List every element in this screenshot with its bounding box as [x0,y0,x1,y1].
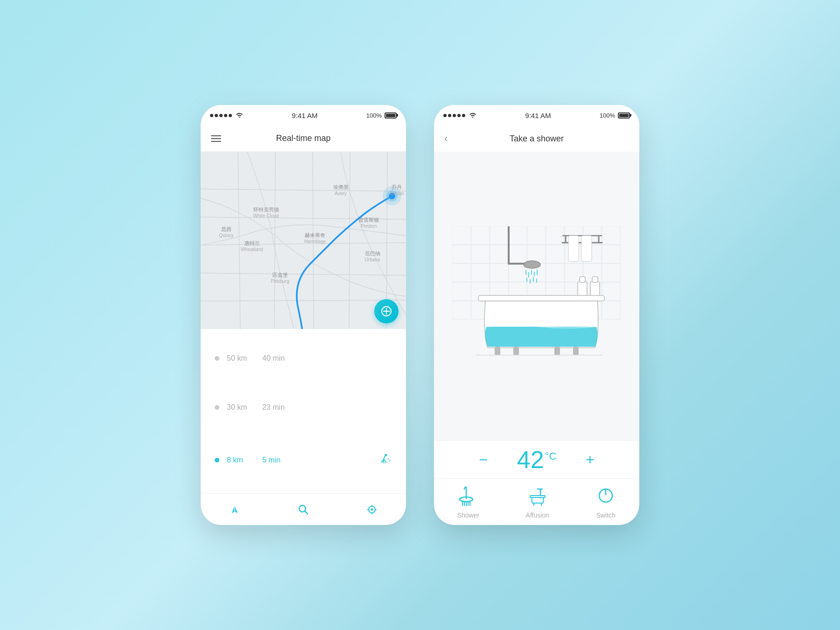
battery-text: 100% [366,112,382,119]
svg-rect-64 [531,270,532,275]
svg-rect-72 [580,277,585,282]
signal-dots-2 [443,114,465,117]
dist-dot-2 [215,405,219,410]
status-bar-map: 9:41 AM 100% [201,105,406,126]
float-btn-icon [381,306,392,316]
svg-rect-62 [525,270,526,275]
svg-line-43 [305,511,308,514]
svg-text:White Cloud: White Cloud [253,213,279,218]
svg-rect-57 [568,236,579,261]
map-svg: 昆西 Quincy 怀特克劳德 White Cloud 惠特兰 Wheatlan… [201,152,406,329]
temperature-display: 42 °C [517,446,557,474]
bath-svg [453,226,621,366]
svg-point-45 [371,508,373,511]
search-icon [297,503,310,516]
svg-text:昆西: 昆西 [221,226,231,232]
svg-point-38 [385,454,387,456]
svg-text:Wheatland: Wheatland [241,247,263,252]
svg-text:乔丹: 乔丹 [392,184,402,190]
affusion-icon [527,485,548,508]
svg-point-39 [388,458,389,460]
svg-text:Urbana: Urbana [365,257,380,262]
shower-icon [458,485,478,508]
wifi-icon [236,112,243,119]
svg-point-41 [389,461,390,462]
signal-dot-1 [210,114,213,117]
svg-rect-73 [590,281,600,296]
navigate-button[interactable] [224,499,245,520]
svg-rect-74 [592,277,598,282]
status-time: 9:41 AM [292,112,317,119]
svg-text:Hermitage: Hermitage [304,239,326,244]
svg-text:匹兹堡: 匹兹堡 [273,272,288,278]
phone-shower: 9:41 AM 100% ‹ Take a shower [434,105,639,525]
dist-min-3: 5 min [262,456,290,464]
bottom-nav [201,493,406,525]
status-left-2 [443,112,476,119]
svg-text:Avery: Avery [335,191,346,196]
dist-min-2: 23 min [262,403,290,412]
svg-text:厄巴纳: 厄巴纳 [365,251,380,256]
svg-text:Quincy: Quincy [219,233,233,238]
distance-item-3: 8 km 5 min [215,452,392,468]
switch-mode-button[interactable]: Switch [595,485,616,519]
shower-title: Take a shower [510,134,564,144]
svg-point-40 [389,460,391,461]
shower-mode-button[interactable]: Shower [457,485,479,519]
switch-icon [595,485,616,508]
svg-text:埃弗里: 埃弗里 [333,184,349,190]
walk-icon [378,452,392,468]
status-right: 100% [366,112,397,119]
dist-dot-1 [215,356,219,361]
menu-line-2 [211,138,221,139]
map-title: Real-time map [276,133,330,143]
battery-text-2: 100% [600,112,615,119]
mode-bar: Shower Affusion [434,478,639,525]
location-button[interactable] [362,499,382,520]
dist-dot-3 [215,458,219,462]
svg-rect-87 [530,496,545,497]
map-header: Real-time map [201,126,406,152]
dist-km-2: 30 km [227,403,255,412]
battery-icon [385,112,397,119]
affusion-mode-button[interactable]: Affusion [526,485,549,519]
svg-text:惠特兰: 惠特兰 [244,240,260,246]
svg-rect-79 [573,347,579,355]
affusion-mode-label: Affusion [526,511,549,519]
svg-rect-65 [534,272,535,276]
increase-temp-button[interactable]: + [580,449,600,470]
menu-button[interactable] [211,135,221,142]
svg-text:普雷斯顿: 普雷斯顿 [358,217,379,223]
svg-text:Preston: Preston [361,224,377,229]
svg-rect-75 [478,295,604,301]
svg-point-61 [524,261,540,268]
temp-unit: °C [545,450,557,462]
target-icon [365,503,378,516]
decrease-temp-button[interactable]: − [473,449,494,470]
svg-text:赫米蒂奇: 赫米蒂奇 [305,232,325,238]
signal-dots [210,114,232,117]
navigate-icon [228,503,241,516]
status-bar-shower: 9:41 AM 100% [434,105,639,126]
svg-rect-70 [536,279,537,283]
battery-icon-2 [618,112,630,119]
distance-item-2: 30 km 23 min [215,403,392,412]
svg-rect-76 [495,347,500,355]
svg-text:Jordan: Jordan [390,191,404,196]
battery-fill-2 [619,114,629,117]
back-button[interactable]: ‹ [444,133,448,145]
shower-mode-label: Shower [457,511,479,519]
signal-dot-3 [219,114,223,117]
distance-item-1: 50 km 40 min [215,354,392,363]
wifi-icon-2 [469,112,476,119]
menu-line-1 [211,135,221,136]
float-button[interactable] [374,299,399,323]
svg-rect-58 [581,236,592,261]
status-left [210,112,243,119]
svg-rect-78 [554,347,560,355]
signal-dot-2 [215,114,218,117]
map-area[interactable]: 昆西 Quincy 怀特克劳德 White Cloud 惠特兰 Wheatlan… [201,152,406,329]
svg-rect-0 [201,152,406,329]
search-button[interactable] [293,499,314,520]
phone-map: 9:41 AM 100% Real-time map [201,105,406,525]
